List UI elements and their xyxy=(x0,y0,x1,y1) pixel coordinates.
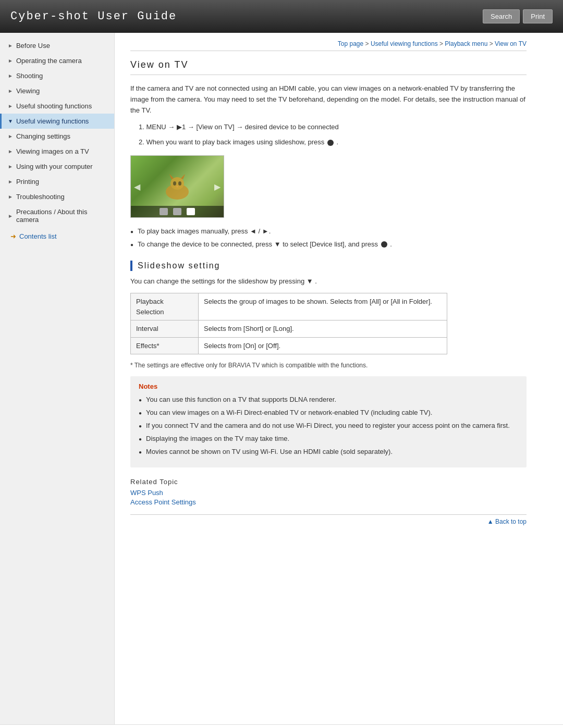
contents-list-label: Contents list xyxy=(19,232,57,240)
sidebar: ► Before Use ► Operating the camera ► Sh… xyxy=(0,33,115,724)
related-topic: Related Topic WPS Push Access Point Sett… xyxy=(130,478,527,506)
sidebar-item-useful-viewing[interactable]: ▼ Useful viewing functions xyxy=(0,114,114,129)
contents-list-link[interactable]: ➜ Contents list xyxy=(0,227,114,243)
svg-point-5 xyxy=(178,181,181,186)
footer: Copyright 2013 Sony Corporation xyxy=(0,724,563,728)
chevron-icon: ► xyxy=(8,88,13,94)
sidebar-item-computer[interactable]: ► Using with your computer xyxy=(0,159,114,174)
right-arrow-overlay: ▶ xyxy=(214,181,221,191)
page-title: View on TV xyxy=(130,59,527,75)
bottom-icon-1 xyxy=(160,208,168,215)
cat-image xyxy=(159,172,195,201)
breadcrumb-sep3: > xyxy=(489,40,495,47)
sidebar-item-shooting[interactable]: ► Shooting xyxy=(0,68,114,83)
bullet-2-text: To change the device to be connected, pr… xyxy=(138,239,392,250)
svg-marker-3 xyxy=(181,174,185,179)
table-cell-label-3: Effects* xyxy=(131,337,199,354)
sidebar-item-label: Shooting xyxy=(16,72,43,80)
sidebar-item-label: Precautions / About this camera xyxy=(16,208,108,224)
step-1: 1. MENU → ▶1 → [View on TV] → desired de… xyxy=(139,122,527,133)
left-arrow-overlay: ◀ xyxy=(134,181,140,191)
table-row: Interval Selects from [Short] or [Long]. xyxy=(131,320,447,338)
header: Cyber-shot User Guide Search Print xyxy=(0,0,563,33)
sidebar-item-before-use[interactable]: ► Before Use xyxy=(0,38,114,53)
breadcrumb-view-on-tv[interactable]: View on TV xyxy=(495,40,527,47)
sidebar-item-viewing[interactable]: ► Viewing xyxy=(0,83,114,98)
step-2-text: When you want to play back images using … xyxy=(146,138,338,146)
bullet-2: To change the device to be connected, pr… xyxy=(130,239,527,250)
search-button[interactable]: Search xyxy=(483,9,520,23)
print-button[interactable]: Print xyxy=(523,9,553,23)
sidebar-item-printing[interactable]: ► Printing xyxy=(0,174,114,189)
notes-list: You can use this function on a TV that s… xyxy=(139,394,518,457)
chevron-icon: ► xyxy=(8,164,13,169)
table-body: Playback Selection Selects the group of … xyxy=(131,293,447,354)
table-cell-label-1: Playback Selection xyxy=(131,293,199,320)
notes-box: Notes You can use this function on a TV … xyxy=(130,376,527,467)
breadcrumb-useful-viewing[interactable]: Useful viewing functions xyxy=(371,40,438,47)
table-row: Playback Selection Selects the group of … xyxy=(131,293,447,320)
svg-marker-2 xyxy=(169,174,174,179)
sidebar-item-label: Troubleshooting xyxy=(16,193,65,201)
slideshow-section-title: Slideshow setting xyxy=(130,261,527,271)
sidebar-item-label: Changing settings xyxy=(16,132,70,140)
wps-push-link[interactable]: WPS Push xyxy=(130,489,527,497)
slideshow-desc: You can change the settings for the slid… xyxy=(130,276,527,287)
chevron-icon: ► xyxy=(8,213,13,219)
step-2: 2. When you want to play back images usi… xyxy=(139,137,527,148)
chevron-icon: ► xyxy=(8,103,13,109)
note-text-4: Displaying the images on the TV may take… xyxy=(146,434,289,445)
svg-point-1 xyxy=(170,177,184,190)
bullet-1: To play back images manually, press ◄ / … xyxy=(130,226,527,237)
table-cell-value-1: Selects the group of images to be shown.… xyxy=(199,293,447,320)
note-text-3: If you connect TV and the camera and do … xyxy=(146,421,510,431)
breadcrumb-sep: > xyxy=(365,40,371,47)
section-title-bar xyxy=(130,261,132,271)
sidebar-item-useful-shooting[interactable]: ► Useful shooting functions xyxy=(0,98,114,114)
bravia-note: * The settings are effective only for BR… xyxy=(130,362,527,369)
note-item-5: Movies cannot be shown on TV using Wi-Fi… xyxy=(139,447,518,458)
chevron-icon: ► xyxy=(8,43,13,48)
step-1-text: MENU → ▶1 → [View on TV] → desired devic… xyxy=(146,123,338,131)
sidebar-item-operating[interactable]: ► Operating the camera xyxy=(0,53,114,68)
table-cell-label-2: Interval xyxy=(131,320,199,338)
sidebar-item-label: Viewing xyxy=(16,87,40,95)
breadcrumb-top[interactable]: Top page xyxy=(338,40,363,47)
chevron-icon: ▼ xyxy=(8,118,13,124)
intro-paragraph: If the camera and TV are not connected u… xyxy=(130,83,527,116)
image-bullets: To play back images manually, press ◄ / … xyxy=(130,226,527,250)
chevron-icon: ► xyxy=(8,73,13,79)
step-2-number: 2. xyxy=(139,138,146,146)
chevron-icon: ► xyxy=(8,149,13,154)
note-item-2: You can view images on a Wi-Fi Direct-en… xyxy=(139,408,518,418)
slideshow-title-text: Slideshow setting xyxy=(138,261,221,270)
image-bottom-bar xyxy=(131,206,224,217)
breadcrumb-sep2: > xyxy=(439,40,445,47)
note-text-2: You can view images on a Wi-Fi Direct-en… xyxy=(146,408,432,418)
chevron-icon: ► xyxy=(8,194,13,200)
sidebar-item-label: Using with your computer xyxy=(16,163,93,170)
access-point-settings-link[interactable]: Access Point Settings xyxy=(130,498,527,506)
note-item-3: If you connect TV and the camera and do … xyxy=(139,421,518,431)
sidebar-item-label: Viewing images on a TV xyxy=(16,147,89,155)
sidebar-item-label: Operating the camera xyxy=(16,57,82,65)
arrow-right-icon: ➜ xyxy=(10,232,16,240)
note-item-4: Displaying the images on the TV may take… xyxy=(139,434,518,445)
breadcrumb: Top page > Useful viewing functions > Pl… xyxy=(130,40,527,51)
note-item-1: You can use this function on a TV that s… xyxy=(139,394,518,405)
sidebar-item-troubleshooting[interactable]: ► Troubleshooting xyxy=(0,189,114,204)
sidebar-item-precautions[interactable]: ► Precautions / About this camera xyxy=(0,204,114,227)
bottom-icon-2 xyxy=(173,208,181,215)
step-1-number: 1. xyxy=(139,123,146,131)
sidebar-item-viewing-tv[interactable]: ► Viewing images on a TV xyxy=(0,144,114,159)
back-to-top[interactable]: Back to top xyxy=(130,514,527,525)
chevron-icon: ► xyxy=(8,133,13,139)
circle-button-icon-2 xyxy=(381,241,387,248)
note-text-1: You can use this function on a TV that s… xyxy=(146,394,336,405)
sidebar-item-changing-settings[interactable]: ► Changing settings xyxy=(0,129,114,144)
header-buttons: Search Print xyxy=(483,9,553,23)
sidebar-item-label: Useful shooting functions xyxy=(16,102,92,110)
breadcrumb-playback-menu[interactable]: Playback menu xyxy=(445,40,487,47)
circle-button-icon xyxy=(327,140,334,146)
bottom-icon-3 xyxy=(187,208,195,215)
